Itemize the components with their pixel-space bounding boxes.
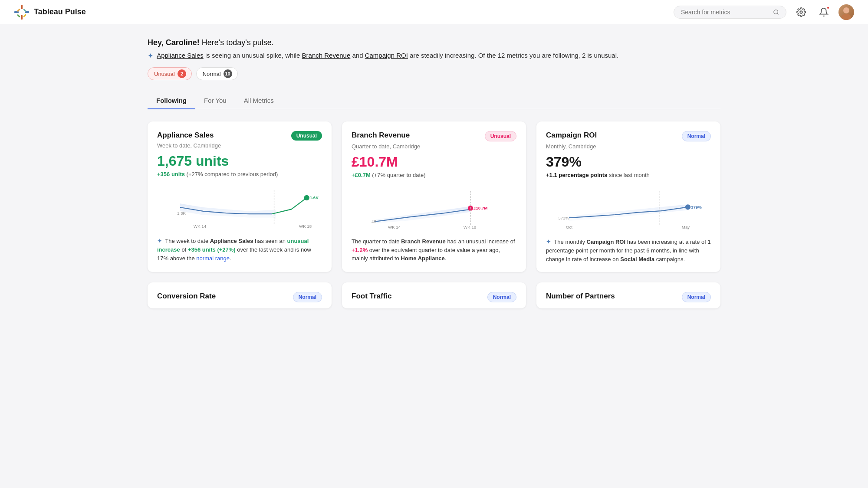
svg-rect-6	[17, 14, 20, 17]
svg-rect-4	[17, 8, 20, 12]
normal-filter-pill[interactable]: Normal 10	[196, 67, 238, 80]
number-of-partners-badge: Normal	[682, 292, 711, 302]
svg-text:379%: 379%	[691, 205, 702, 210]
unusual-count: 2	[178, 69, 186, 78]
campaign-roi-title: Campaign ROI	[546, 131, 597, 140]
branch-change-text: (+7% quarter to date)	[372, 172, 425, 178]
appliance-chart: WK 14 WK 18 1.3K 1.6K	[157, 183, 322, 231]
tab-all-metrics[interactable]: All Metrics	[235, 92, 283, 109]
foot-traffic-badge: Normal	[487, 292, 516, 302]
conversion-rate-badge: Normal	[293, 292, 322, 302]
branch-revenue-title: Branch Revenue	[352, 131, 410, 140]
desc-part1: is seeing an unusual spike, while	[205, 52, 302, 59]
number-of-partners-header: Number of Partners Normal	[546, 292, 711, 302]
svg-text:WK 14: WK 14	[194, 224, 207, 229]
campaign-change: +1.1 percentage points since last month	[546, 172, 711, 178]
campaign-change-text: since last month	[609, 172, 650, 178]
normal-count: 10	[224, 69, 232, 78]
greeting-section: Hey, Caroline! Here's today's pulse. ✦ A…	[148, 38, 720, 80]
normal-label: Normal	[203, 71, 221, 77]
logo-area: Tableau Pulse	[14, 4, 86, 20]
svg-point-12	[842, 14, 851, 20]
campaign-badge: Normal	[682, 131, 711, 141]
app-title: Tableau Pulse	[34, 7, 86, 16]
tabs-nav: Following For You All Metrics	[148, 92, 720, 109]
svg-point-10	[800, 11, 802, 13]
settings-button[interactable]	[793, 4, 809, 20]
greeting-text: Here's today's pulse.	[202, 38, 274, 47]
campaign-chart: Oct May 373% 379%	[546, 184, 711, 232]
campaign-roi-card: Campaign ROI Normal Monthly, Cambridge 3…	[536, 121, 720, 272]
metric-cards-grid: Appliance Sales Unusual Week to date, Ca…	[148, 121, 720, 272]
svg-text:WK 18: WK 18	[299, 224, 312, 229]
branch-revenue-card: Branch Revenue Unusual Quarter to date, …	[342, 121, 526, 272]
header: Tableau Pulse	[0, 0, 868, 24]
branch-change: +£0.7M (+7% quarter to date)	[352, 172, 516, 178]
branch-chart-svg: WK 14 WK 18 £0 £10.7M	[352, 184, 516, 232]
desc-and: and	[352, 52, 365, 59]
appliance-desc: ✦ The week to date Appliance Sales has s…	[157, 236, 322, 262]
appliance-sales-title: Appliance Sales	[157, 131, 214, 140]
tab-following[interactable]: Following	[148, 92, 195, 109]
svg-text:WK 14: WK 14	[388, 225, 401, 229]
svg-point-25	[685, 204, 690, 210]
foot-traffic-card: Foot Traffic Normal	[342, 282, 526, 308]
filter-pills: Unusual 2 Normal 10	[148, 67, 720, 80]
search-box[interactable]	[674, 6, 786, 19]
appliance-value: 1,675 units	[157, 153, 322, 169]
unusual-label: Unusual	[154, 71, 175, 77]
foot-traffic-title: Foot Traffic	[352, 292, 392, 301]
branch-chart: WK 14 WK 18 £0 £10.7M	[352, 184, 516, 232]
campaign-chart-svg: Oct May 373% 379%	[546, 184, 711, 232]
card-header-appliance: Appliance Sales Unusual	[157, 131, 322, 141]
search-input[interactable]	[681, 9, 769, 16]
svg-text:Oct: Oct	[566, 225, 572, 229]
gear-icon	[796, 7, 806, 17]
branch-subtitle: Quarter to date, Cambridge	[352, 143, 516, 150]
svg-point-11	[843, 7, 849, 13]
foot-traffic-header: Foot Traffic Normal	[352, 292, 516, 302]
svg-point-8	[773, 10, 778, 14]
branch-desc: The quarter to date Branch Revenue had a…	[352, 237, 516, 263]
tab-for-you[interactable]: For You	[195, 92, 235, 109]
desc-part2: are steadily increasing. Of the 12 metri…	[410, 52, 618, 59]
greeting-name: Hey, Caroline!	[148, 38, 200, 47]
greeting-description: ✦ Appliance Sales is seeing an unusual s…	[148, 51, 720, 61]
svg-point-14	[304, 195, 309, 200]
campaign-roi-link[interactable]: Campaign ROI	[365, 52, 408, 59]
ai-sparkle-icon: ✦	[148, 52, 153, 59]
svg-text:373%: 373%	[558, 216, 569, 220]
campaign-value: 379%	[546, 154, 711, 170]
search-icon	[773, 9, 779, 16]
number-of-partners-title: Number of Partners	[546, 292, 615, 301]
svg-line-9	[777, 13, 779, 14]
notification-dot	[826, 6, 830, 10]
appliance-change: +356 units (+27% compared to previous pe…	[157, 171, 322, 177]
appliance-change-text: (+27% compared to previous period)	[187, 171, 278, 177]
svg-text:£0: £0	[372, 219, 376, 223]
branch-revenue-link[interactable]: Branch Revenue	[302, 52, 351, 59]
appliance-sales-link[interactable]: Appliance Sales	[157, 52, 204, 59]
notifications-button[interactable]	[816, 4, 832, 20]
avatar-image	[838, 4, 854, 20]
appliance-change-highlight: +356 units	[157, 171, 185, 177]
branch-badge: Unusual	[485, 131, 516, 141]
branch-value: £10.7M	[352, 154, 516, 170]
appliance-badge: Unusual	[291, 131, 322, 141]
svg-text:1.6K: 1.6K	[310, 195, 319, 200]
svg-text:WK 18: WK 18	[464, 225, 476, 229]
campaign-subtitle: Monthly, Cambridge	[546, 143, 711, 150]
svg-rect-1	[21, 15, 23, 20]
bottom-cards-row: Conversion Rate Normal Foot Traffic Norm…	[148, 282, 720, 308]
greeting-title: Hey, Caroline! Here's today's pulse.	[148, 38, 720, 47]
conversion-rate-title: Conversion Rate	[157, 292, 216, 301]
avatar[interactable]	[838, 4, 854, 20]
svg-text:£10.7M: £10.7M	[473, 206, 487, 210]
header-actions	[674, 4, 854, 20]
number-of-partners-card: Number of Partners Normal	[536, 282, 720, 308]
card-header-branch: Branch Revenue Unusual	[352, 131, 516, 141]
conversion-rate-header: Conversion Rate Normal	[157, 292, 322, 302]
campaign-change-highlight: +1.1 percentage points	[546, 172, 607, 178]
unusual-filter-pill[interactable]: Unusual 2	[148, 67, 192, 80]
svg-text:1.3K: 1.3K	[177, 211, 186, 216]
